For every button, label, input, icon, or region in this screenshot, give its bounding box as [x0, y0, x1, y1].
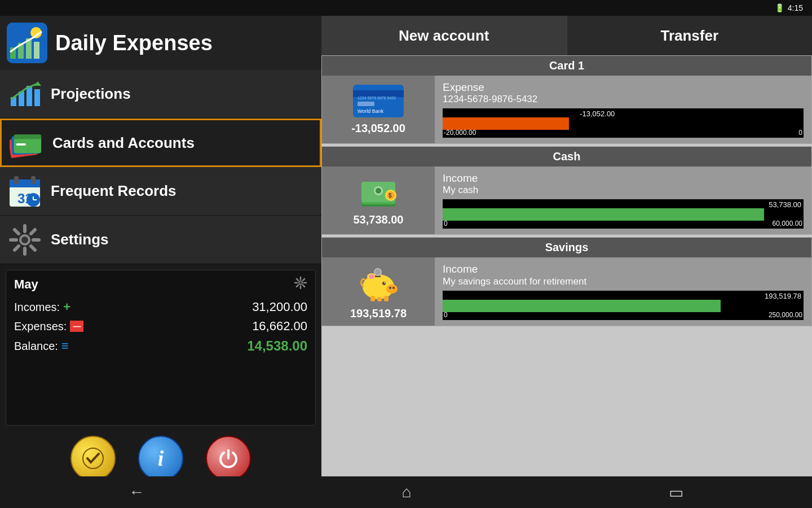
sidebar-item-settings[interactable]: Settings: [0, 216, 321, 264]
sidebar-item-cards-accounts[interactable]: Cards and Accounts: [0, 119, 321, 167]
savings-progress-bar: [443, 300, 721, 312]
svg-point-62: [389, 287, 391, 289]
svg-rect-15: [14, 134, 41, 139]
frequent-records-label: Frequent Records: [51, 182, 176, 200]
svg-point-66: [382, 282, 386, 285]
cash-type: Income: [443, 172, 804, 185]
savings-details: Income My savings account for retirement…: [435, 257, 811, 326]
card1-progress-bar: [443, 117, 569, 130]
cash-progress: 53,738.00 0 60,000.00: [443, 199, 804, 229]
card1-icon-col: World Bank 1234 5678 9876 5432 -13,052.0…: [322, 76, 435, 143]
cash-progress-bar: [443, 208, 764, 221]
battery-icon: 🔋: [775, 3, 784, 12]
settings-label: Settings: [51, 231, 109, 248]
svg-line-35: [15, 246, 19, 250]
svg-line-32: [15, 230, 19, 234]
cash-name: My cash: [443, 185, 804, 196]
top-tabs: New account Transfer: [321, 16, 812, 55]
home-button[interactable]: ⌂: [402, 483, 412, 501]
income-plus-icon: +: [63, 300, 70, 314]
income-label: Incomes:: [14, 301, 60, 314]
svg-line-43: [303, 285, 304, 287]
cash-row[interactable]: $ 53,738.00 Income My cash 53,738.00 0 6…: [322, 167, 811, 234]
savings-amount: 193,519.78: [350, 307, 407, 320]
card1-name: 1234-5678-9876-5432: [443, 94, 804, 105]
month-label: May: [14, 277, 38, 292]
info-button[interactable]: i: [138, 436, 183, 481]
savings-left-label: 0: [444, 311, 448, 319]
expense-row: Expenses: — 16,662.00: [14, 319, 307, 334]
right-panel: New account Transfer Card 1 World Bank: [321, 16, 812, 491]
cards-icon: [10, 126, 43, 160]
card1-amount: -13,052.00: [351, 122, 405, 135]
balance-label: Balance:: [14, 340, 58, 353]
projections-icon: [8, 77, 42, 111]
svg-point-56: [376, 188, 381, 194]
svg-rect-9: [27, 86, 32, 106]
svg-point-27: [21, 237, 28, 243]
sidebar-item-frequent-records[interactable]: 31 Frequent Records: [0, 167, 321, 216]
savings-progress: 193,519.78 0 250,000.00: [443, 291, 804, 320]
time-display: 4:15: [788, 3, 803, 12]
accounts-area: Card 1 World Bank 1234 5678 9876 5432 -1…: [321, 55, 812, 491]
cash-header: Cash: [322, 147, 811, 167]
left-panel: Daily Expenses Projections: [0, 16, 321, 491]
savings-row[interactable]: 193,519.78 Income My savings account for…: [322, 257, 811, 326]
svg-rect-10: [34, 89, 40, 106]
projections-label: Projections: [51, 85, 131, 103]
app-title-row: Daily Expenses: [0, 16, 321, 70]
svg-text:1234 5678 9876 5432: 1234 5678 9876 5432: [358, 96, 396, 100]
income-value: 31,200.00: [252, 300, 307, 314]
svg-line-42: [297, 279, 298, 281]
card1-progress-label: -13,052.00: [580, 110, 615, 118]
svg-point-65: [369, 274, 374, 279]
svg-rect-21: [31, 176, 36, 184]
recent-button[interactable]: ▭: [669, 483, 683, 502]
savings-header: Savings: [322, 238, 811, 257]
tab-new-account[interactable]: New account: [321, 16, 567, 55]
summary-settings-icon[interactable]: [294, 276, 307, 293]
status-bar: 🔋 4:15: [0, 0, 812, 16]
income-row: Incomes: + 31,200.00: [14, 300, 307, 314]
nav-bar: ← ⌂ ▭: [0, 476, 812, 508]
card1-header: Card 1: [322, 56, 811, 76]
svg-rect-49: [358, 102, 374, 106]
app-title: Daily Expenses: [55, 31, 213, 55]
summary-box: May: [6, 270, 316, 426]
expense-label: Expenses:: [14, 320, 67, 333]
card1-left-label: -20,000.00: [444, 129, 476, 137]
svg-point-70: [375, 269, 381, 275]
calendar-icon: 31: [8, 174, 42, 208]
savings-progress-label: 193,519.78: [765, 292, 801, 300]
balance-value: 14,538.00: [247, 338, 307, 354]
svg-rect-72: [377, 297, 382, 301]
back-button[interactable]: ←: [129, 483, 144, 501]
svg-point-37: [299, 282, 302, 284]
cards-accounts-label: Cards and Accounts: [52, 134, 195, 152]
savings-name: My savings account for retirement: [443, 276, 804, 287]
account-section-cash: Cash $: [321, 146, 812, 235]
expense-value: 16,662.00: [252, 319, 307, 334]
sidebar-item-projections[interactable]: Projections: [0, 70, 321, 119]
account-section-card1: Card 1 World Bank 1234 5678 9876 5432 -1…: [321, 55, 812, 144]
summary-header: May: [14, 276, 307, 293]
balance-equals-icon: ≡: [61, 339, 69, 353]
cash-progress-label: 53,738.00: [769, 200, 801, 209]
cash-amount: 53,738.00: [354, 213, 404, 226]
power-button[interactable]: [206, 436, 251, 481]
balance-row: Balance: ≡ 14,538.00: [14, 338, 307, 354]
cash-icon-col: $ 53,738.00: [322, 167, 435, 234]
svg-line-44: [303, 279, 304, 281]
cash-left-label: 0: [444, 220, 448, 227]
card1-row[interactable]: World Bank 1234 5678 9876 5432 -13,052.0…: [322, 76, 811, 143]
savings-right-label: 250,000.00: [769, 311, 802, 319]
svg-text:World Bank: World Bank: [358, 108, 384, 114]
svg-line-45: [297, 285, 298, 287]
savings-type: Income: [443, 263, 804, 275]
tab-transfer[interactable]: Transfer: [567, 16, 813, 55]
savings-icon-col: 193,519.78: [322, 257, 435, 326]
gold-check-button[interactable]: [70, 436, 116, 481]
svg-line-34: [31, 230, 35, 234]
svg-point-63: [392, 287, 395, 289]
svg-rect-16: [16, 143, 26, 146]
